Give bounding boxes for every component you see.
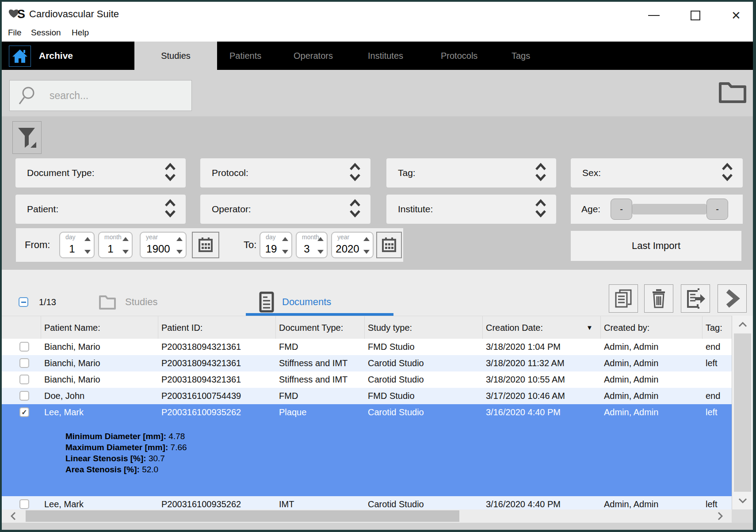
last-import-button[interactable]: Last Import <box>571 231 741 261</box>
menu-help[interactable]: Help <box>72 25 89 42</box>
tab-operators[interactable]: Operators <box>294 42 333 70</box>
search-input[interactable]: search... <box>9 80 192 111</box>
column-header[interactable]: Created by: <box>604 316 649 339</box>
spin-down-icon[interactable] <box>317 250 324 254</box>
table-row[interactable]: Bianchi, MarioP200318094321361FMDFMD Stu… <box>2 339 732 355</box>
spin-up-icon[interactable] <box>317 237 324 241</box>
column-header[interactable]: Patient ID: <box>161 316 202 339</box>
column-header[interactable]: Tag: <box>706 316 722 339</box>
detail-value: 52.0 <box>140 465 158 474</box>
age-max-handle[interactable]: - <box>706 199 728 220</box>
detail-label: Maximum Diameter [mm]: <box>65 443 168 452</box>
selection-count: 1/13 <box>39 292 56 312</box>
chevron-up-down-icon <box>534 199 547 219</box>
table-row[interactable]: ✓Lee, MarkP200316100935262PlaqueCarotid … <box>2 404 732 496</box>
row-checkbox[interactable] <box>19 391 29 401</box>
logo-letter: S <box>17 8 25 21</box>
scroll-down-button[interactable] <box>732 492 753 509</box>
next-page-button[interactable] <box>718 284 747 313</box>
close-button[interactable]: ✕ <box>729 9 744 22</box>
column-header[interactable]: Creation Date: <box>486 316 543 339</box>
spin-up-icon[interactable] <box>282 237 288 241</box>
from-day-spinner[interactable]: day 1 <box>59 232 95 258</box>
horizontal-scroll-thumb[interactable] <box>26 510 459 522</box>
institute-dropdown[interactable]: Institute: <box>386 195 556 224</box>
delete-button[interactable] <box>644 284 673 313</box>
minimize-button[interactable] <box>646 9 661 22</box>
maximize-button[interactable] <box>688 9 703 22</box>
app-window: S Cardiovascular Suite ✕ File Session He… <box>0 0 756 532</box>
tag-dropdown[interactable]: Tag: <box>386 158 556 188</box>
spin-down-icon[interactable] <box>282 250 288 254</box>
folder-icon <box>718 80 747 104</box>
spin-down-icon[interactable] <box>122 250 129 254</box>
operator-dropdown[interactable]: Operator: <box>200 195 370 224</box>
scroll-up-button[interactable] <box>732 316 753 333</box>
column-header[interactable]: Patient Name: <box>44 316 100 339</box>
studies-view-tab[interactable]: Studies <box>125 291 157 313</box>
tab-tags[interactable]: Tags <box>512 42 530 70</box>
filter-toggle-button[interactable] <box>12 121 42 154</box>
copy-button[interactable] <box>609 284 638 313</box>
row-checkbox[interactable] <box>19 499 29 509</box>
cell-creation: 3/16/2020 4:40 PM <box>486 404 600 421</box>
vertical-scrollbar[interactable] <box>732 316 753 509</box>
table-row[interactable]: Bianchi, MarioP200318094321361Stiffness … <box>2 371 732 388</box>
tab-protocols[interactable]: Protocols <box>441 42 477 70</box>
tab-studies[interactable]: Studies <box>134 42 217 70</box>
row-checkbox[interactable] <box>19 358 29 368</box>
cell-created_by: Admin, Admin <box>604 339 702 355</box>
from-month-spinner[interactable]: month 1 <box>98 232 133 258</box>
table-row[interactable]: Doe, JohnP200316100754439FMDFMD Studio3/… <box>2 388 732 404</box>
sex-dropdown[interactable]: Sex: <box>571 158 743 188</box>
scroll-left-button[interactable] <box>2 509 25 523</box>
from-year-spinner[interactable]: year 1900 <box>140 232 187 258</box>
export-button[interactable] <box>681 284 710 313</box>
row-checkbox-checked[interactable]: ✓ <box>19 407 29 417</box>
table-row[interactable]: Bianchi, MarioP200318094321361Stiffness … <box>2 355 732 371</box>
spin-down-icon[interactable] <box>363 250 370 254</box>
cell-created_by: Admin, Admin <box>604 388 702 404</box>
to-day-spinner[interactable]: day 19 <box>260 232 292 258</box>
to-year-spinner[interactable]: year 2020 <box>331 232 374 258</box>
spin-up-icon[interactable] <box>176 237 183 241</box>
from-calendar-button[interactable] <box>192 232 219 258</box>
spin-down-icon[interactable] <box>84 250 91 254</box>
age-min-handle[interactable]: - <box>611 199 632 220</box>
open-folder-button[interactable] <box>718 80 748 105</box>
patient-dropdown[interactable]: Patient: <box>15 195 186 224</box>
sort-descending-icon[interactable]: ▼ <box>586 316 593 339</box>
menu-session[interactable]: Session <box>31 25 61 42</box>
from-label: From: <box>25 228 50 262</box>
copy-icon <box>614 288 633 309</box>
to-calendar-button[interactable] <box>376 232 402 258</box>
tab-institutes[interactable]: Institutes <box>368 42 403 70</box>
chevron-left-icon <box>11 512 16 521</box>
spin-up-icon[interactable] <box>363 237 370 241</box>
to-month-spinner[interactable]: month 3 <box>296 232 328 258</box>
document-type-dropdown[interactable]: Document Type: <box>15 158 186 188</box>
column-header[interactable]: Study type: <box>368 316 412 339</box>
cell-patient: Bianchi, Mario <box>44 371 158 388</box>
horizontal-scrollbar[interactable] <box>2 509 732 523</box>
from-year-value: 1900 <box>141 243 175 255</box>
documents-view-tab[interactable]: Documents <box>282 291 331 313</box>
select-all-checkbox[interactable] <box>19 297 28 307</box>
age-slider-track[interactable] <box>632 204 706 214</box>
cell-doc_type: FMD <box>279 388 364 404</box>
home-button[interactable] <box>9 46 31 67</box>
row-checkbox[interactable] <box>19 342 29 352</box>
vertical-scroll-thumb[interactable] <box>734 333 751 492</box>
spin-down-icon[interactable] <box>176 250 183 254</box>
tab-patients[interactable]: Patients <box>229 42 261 70</box>
row-checkbox[interactable] <box>19 375 29 384</box>
cell-study_type: Carotid Studio <box>368 496 482 509</box>
protocol-dropdown[interactable]: Protocol: <box>200 158 370 188</box>
funnel-icon <box>17 126 37 149</box>
table-row[interactable]: Lee, MarkP200316100935262IMTCarotid Stud… <box>2 496 732 509</box>
spin-up-icon[interactable] <box>84 237 91 241</box>
column-header[interactable]: Document Type: <box>279 316 343 339</box>
spin-up-icon[interactable] <box>122 237 129 241</box>
menu-file[interactable]: File <box>8 25 22 42</box>
scroll-right-button[interactable] <box>709 509 732 523</box>
